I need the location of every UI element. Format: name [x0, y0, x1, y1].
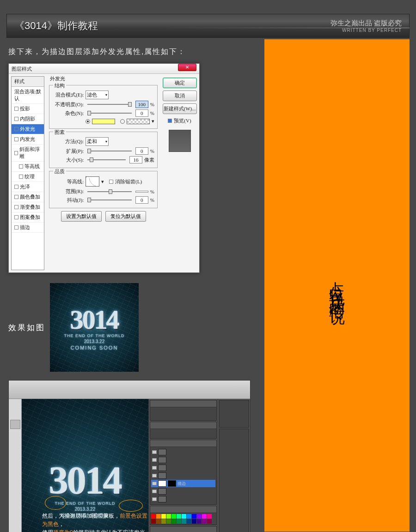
- poster-line1: THE END OF THE WORLD: [64, 333, 125, 338]
- glow-color[interactable]: [92, 119, 115, 124]
- style-inner-glow[interactable]: 内发光: [12, 134, 44, 145]
- ps-menubar: [9, 381, 250, 399]
- poster-line3: COMING SOON: [71, 345, 118, 351]
- style-bevel[interactable]: 斜面和浮雕: [12, 145, 44, 162]
- layer-style-dialog: 图层样式 ✕ 样式 混合选项:默认 投影 内阴影 外发光 内发光 斜面和浮雕 等…: [8, 63, 200, 273]
- new-style-button[interactable]: 新建样式(W)...: [163, 103, 197, 114]
- header-right: 弥生之巅出品 盗版必究 WRITTEN BY PERFECT: [330, 19, 402, 33]
- layers-panel: 描边: [150, 440, 217, 505]
- canvas-poster: 3014 THE END OF THE WORLD 2013.3.22 COMI…: [22, 399, 148, 532]
- sidebar-placeholder: 占位色块的传说: [264, 39, 410, 532]
- noise-input[interactable]: 0: [135, 109, 148, 117]
- jitter-slider[interactable]: [87, 200, 132, 200]
- poster-number: 3014: [70, 304, 118, 335]
- photoshop-screenshot: 3014 THE END OF THE WORLD 2013.3.22 COMI…: [8, 380, 251, 532]
- antialias-checkbox[interactable]: [109, 180, 113, 184]
- layer-row-selected[interactable]: 描边: [151, 480, 215, 487]
- group-quality: 品质 等高线:▾ 消除锯齿(L) 范围(R):% 抖动(J):0%: [49, 171, 158, 208]
- blend-mode-select[interactable]: 滤色▾: [86, 91, 109, 99]
- style-color-overlay[interactable]: 颜色叠加: [12, 192, 44, 202]
- cancel-button[interactable]: 取消: [163, 91, 197, 101]
- poster-line2: 2013.3.22: [84, 339, 105, 344]
- jitter-input[interactable]: 0: [135, 196, 148, 204]
- layer-row[interactable]: [151, 496, 215, 503]
- style-drop-shadow[interactable]: 投影: [12, 104, 44, 114]
- blend-options[interactable]: 混合选项:默认: [12, 87, 44, 104]
- style-pattern-overlay[interactable]: 图案叠加: [12, 212, 44, 223]
- range-slider[interactable]: [87, 191, 132, 192]
- ps-toolbar: [9, 399, 22, 532]
- style-texture[interactable]: 纹理: [12, 172, 44, 182]
- style-contour[interactable]: 等高线: [12, 162, 44, 172]
- spread-slider[interactable]: [87, 151, 132, 151]
- section-outer-glow: 外发光: [50, 75, 158, 82]
- style-gradient-overlay[interactable]: 渐变叠加: [12, 202, 44, 212]
- result-poster: 3014 THE END OF THE WORLD 2013.3.22 COMI…: [50, 283, 139, 372]
- author-line: 弥生之巅出品 盗版必究: [330, 19, 402, 28]
- size-input[interactable]: 16: [129, 156, 142, 163]
- caption: 然后，为描边层添加图层蒙板，前景色设置为黑色， 使用硬度为0的笔刷抹去你认为不应…: [42, 512, 148, 532]
- sidebar-text: 占位色块的传说: [326, 269, 348, 302]
- ok-button[interactable]: 确定: [163, 78, 197, 88]
- chevron-down-icon: ▾: [152, 118, 154, 124]
- contour-picker[interactable]: [86, 176, 99, 187]
- chevron-down-icon: ▾: [101, 179, 104, 185]
- range-input[interactable]: [135, 191, 148, 193]
- canvas-line2: 2013.3.22: [75, 507, 96, 512]
- highlight-circle-1: [45, 496, 66, 510]
- size-slider[interactable]: [87, 159, 126, 160]
- layer-row[interactable]: [151, 448, 215, 456]
- opacity-input[interactable]: 100: [135, 101, 148, 108]
- gradient-radio[interactable]: [120, 119, 125, 124]
- spread-input[interactable]: 0: [135, 147, 148, 155]
- dialog-title: 图层样式: [12, 64, 32, 73]
- written-by: WRITTEN BY PERFECT: [330, 28, 402, 33]
- method-select[interactable]: 柔和▾: [86, 137, 109, 146]
- preview-swatch: [169, 130, 191, 152]
- layer-row[interactable]: [151, 472, 215, 479]
- noise-slider[interactable]: [87, 113, 132, 114]
- glow-gradient[interactable]: [127, 119, 150, 124]
- style-stroke[interactable]: 描边: [12, 223, 44, 233]
- color-radio[interactable]: [86, 119, 90, 124]
- result-label: 效果如图: [8, 322, 45, 333]
- layer-row[interactable]: [151, 456, 215, 464]
- header: 《3014》制作教程 弥生之巅出品 盗版必究 WRITTEN BY PERFEC…: [6, 14, 410, 38]
- group-elements: 图素 方法(Q):柔和▾ 扩展(P):0% 大小(S):16像素: [49, 132, 158, 168]
- ps-mini-panels: [218, 399, 250, 532]
- layer-row[interactable]: [151, 488, 215, 495]
- style-list: 样式 混合选项:默认 投影 内阴影 外发光 内发光 斜面和浮雕 等高线 纹理 光…: [11, 76, 44, 270]
- layer-row[interactable]: [151, 464, 215, 472]
- group-structure: 结构 混合模式(E):滤色▾ 不透明度(O):100% 杂色(N):0% ▾: [49, 85, 158, 129]
- style-header: 样式: [12, 77, 44, 87]
- chevron-down-icon: ▾: [105, 139, 107, 144]
- chevron-down-icon: ▾: [105, 93, 107, 97]
- style-satin[interactable]: 光泽: [12, 182, 44, 192]
- highlight-circle-2: [119, 500, 143, 512]
- page-title: 《3014》制作教程: [14, 19, 98, 33]
- close-icon[interactable]: ✕: [178, 64, 196, 71]
- set-default-button[interactable]: 设置为默认值: [61, 211, 102, 222]
- ps-panels: 描边: [148, 399, 218, 532]
- reset-default-button[interactable]: 复位为默认值: [105, 211, 146, 222]
- style-inner-shadow[interactable]: 内阴影: [12, 114, 44, 124]
- opacity-slider[interactable]: [87, 104, 132, 105]
- style-outer-glow[interactable]: 外发光: [12, 124, 44, 134]
- swatches-panel: [150, 506, 217, 525]
- preview-checkbox[interactable]: [168, 119, 172, 123]
